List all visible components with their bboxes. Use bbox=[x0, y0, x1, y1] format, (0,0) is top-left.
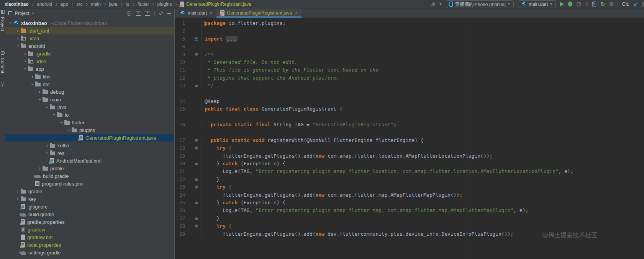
fold-marker-icon[interactable] bbox=[195, 178, 198, 181]
project-tool-icon[interactable] bbox=[1, 10, 5, 14]
fold-marker-icon[interactable] bbox=[195, 53, 198, 56]
chevron-down-icon[interactable]: › bbox=[16, 43, 20, 49]
run-config-selector[interactable]: main.dart bbox=[518, 0, 556, 8]
tree-row[interactable]: ›flutter bbox=[5, 119, 174, 126]
code-line[interactable]: 19 flutterEngine.getPlugins().add(new co… bbox=[175, 152, 644, 160]
code-line[interactable]: 16 private static final String TAG = "Ge… bbox=[175, 121, 644, 129]
chevron-right-icon[interactable]: › bbox=[15, 28, 21, 33]
run-button[interactable] bbox=[560, 2, 564, 7]
breadcrumb-item[interactable]: xiaoxinbao bbox=[5, 2, 29, 7]
chevron-right-icon[interactable]: › bbox=[44, 143, 50, 148]
tree-row[interactable]: ›debug bbox=[5, 88, 174, 96]
tool-strip-commit[interactable]: Commit bbox=[0, 58, 5, 73]
chevron-down-icon[interactable]: › bbox=[67, 127, 71, 133]
fold-marker-icon[interactable] bbox=[195, 162, 198, 165]
tree-row[interactable]: AndroidManifest.xml bbox=[5, 157, 174, 165]
tree-row[interactable]: ›kotlin bbox=[5, 142, 174, 149]
fold-marker-icon[interactable] bbox=[195, 84, 198, 87]
stop-button[interactable] bbox=[610, 2, 613, 6]
debug-button[interactable] bbox=[568, 2, 572, 7]
commit-tool-icon[interactable] bbox=[1, 51, 5, 55]
tree-row[interactable]: ›key bbox=[5, 195, 174, 203]
chevron-down-icon[interactable]: › bbox=[45, 104, 49, 110]
tree-row[interactable]: ›xiaoxinbao~/Code/Flutter/xiaoxinbao bbox=[5, 19, 174, 27]
fold-marker-icon[interactable] bbox=[195, 201, 198, 204]
code-line[interactable]: 21 Log.e(TAG, "Error registering plugin … bbox=[175, 168, 644, 175]
project-view-dropdown-icon[interactable] bbox=[32, 13, 34, 14]
gear-icon[interactable] bbox=[159, 11, 163, 15]
expand-all-icon[interactable]: ↕ bbox=[136, 11, 141, 16]
code-line[interactable]: 28 try { bbox=[175, 222, 644, 230]
code-line[interactable]: 13 */ bbox=[175, 82, 644, 90]
tree-row[interactable]: ›src bbox=[5, 80, 174, 88]
breadcrumb-item[interactable]: io bbox=[126, 2, 129, 7]
device-settings-dropdown-icon[interactable] bbox=[439, 3, 442, 5]
chevron-right-icon[interactable]: › bbox=[15, 197, 21, 201]
tree-row[interactable]: gradle.properties bbox=[5, 218, 174, 226]
git-update-icon[interactable]: ↙ bbox=[633, 2, 638, 7]
tree-row[interactable]: .gitignore bbox=[5, 203, 174, 210]
breadcrumb-item[interactable]: src bbox=[76, 2, 82, 7]
tree-row[interactable]: ›gradle bbox=[5, 187, 174, 195]
chevron-down-icon[interactable]: › bbox=[8, 20, 13, 26]
breadcrumb-item[interactable]: java bbox=[109, 2, 118, 7]
tree-row[interactable]: GeneratedPluginRegistrant.java bbox=[5, 134, 174, 142]
breadcrumb-item[interactable]: main bbox=[91, 2, 101, 7]
close-icon[interactable]: × bbox=[210, 10, 213, 16]
code-line[interactable]: 14@Keep bbox=[175, 98, 644, 105]
code-line[interactable]: 11 * This file is generated by the Flutt… bbox=[175, 66, 644, 74]
tool-strip-project[interactable]: Project bbox=[0, 17, 5, 31]
chevron-down-icon[interactable]: › bbox=[30, 81, 35, 87]
tree-row[interactable]: ›io bbox=[5, 111, 174, 119]
code-line[interactable]: 8 bbox=[175, 43, 644, 50]
fold-marker-icon[interactable] bbox=[195, 186, 198, 189]
tree-row[interactable]: ›plugins bbox=[5, 126, 174, 134]
code-line[interactable]: 9/** bbox=[175, 51, 644, 59]
chevron-down-icon[interactable]: › bbox=[38, 97, 42, 103]
device-settings-icon[interactable] bbox=[431, 2, 435, 7]
code-line[interactable]: 24 flutterEngine.getPlugins().add(new co… bbox=[175, 191, 644, 199]
chevron-right-icon[interactable]: › bbox=[15, 36, 21, 41]
tree-row[interactable]: ›android bbox=[5, 42, 174, 50]
breadcrumb-item[interactable]: app bbox=[61, 2, 68, 7]
fold-marker-icon[interactable] bbox=[195, 147, 198, 150]
code-line[interactable]: 17 public static void registerWith(@NonN… bbox=[175, 137, 644, 144]
tree-row[interactable]: ›app bbox=[5, 65, 174, 73]
breadcrumb-item[interactable]: plugins bbox=[157, 2, 172, 7]
chevron-down-icon[interactable]: › bbox=[52, 112, 57, 118]
tree-row[interactable]: ›.idea bbox=[5, 57, 174, 65]
chevron-right-icon[interactable]: › bbox=[22, 51, 28, 56]
tree-row[interactable]: ›libs bbox=[5, 73, 174, 80]
tree-row[interactable]: build.gradle bbox=[5, 172, 174, 180]
code-line[interactable]: 18 try { bbox=[175, 144, 644, 152]
code-area[interactable]: 1package io.flutter.plugins;23+import ..… bbox=[175, 18, 644, 259]
tree-row[interactable]: ›.idea bbox=[5, 34, 174, 42]
tree-row[interactable]: proguard-rules.pro bbox=[5, 180, 174, 187]
fold-marker-icon[interactable] bbox=[195, 225, 198, 228]
locate-file-icon[interactable] bbox=[127, 11, 131, 16]
tree-row[interactable]: build.gradle bbox=[5, 210, 174, 218]
chevron-right-icon[interactable]: › bbox=[37, 166, 43, 171]
fold-marker-icon[interactable] bbox=[195, 139, 198, 142]
code-line[interactable]: 27 } bbox=[175, 215, 644, 222]
chevron-right-icon[interactable]: › bbox=[44, 151, 50, 155]
code-line[interactable]: 15public final class GeneratedPluginRegi… bbox=[175, 105, 644, 113]
profile-button[interactable] bbox=[577, 2, 581, 7]
device-selector[interactable]: 贺楠楠的iPhone (mobile) bbox=[446, 0, 514, 8]
hot-reload-button[interactable] bbox=[592, 2, 596, 7]
tree-row[interactable]: ›profile bbox=[5, 165, 174, 172]
tree-row[interactable]: ›java bbox=[5, 103, 174, 111]
tree-row[interactable]: ›.gradle bbox=[5, 50, 174, 57]
chevron-right-icon[interactable]: › bbox=[29, 74, 35, 79]
project-panel-title[interactable]: Project bbox=[15, 11, 29, 16]
tree-row[interactable]: ›main bbox=[5, 96, 174, 103]
code-line[interactable]: 26 Log.e(TAG, "Error registering plugin … bbox=[175, 207, 644, 214]
chevron-down-icon[interactable]: › bbox=[23, 66, 28, 72]
tree-row[interactable]: ❯gradlew bbox=[5, 226, 174, 233]
hot-restart-button[interactable]: ↻ bbox=[600, 1, 605, 7]
editor-tab[interactable]: GeneratedPluginRegistrant.java× bbox=[216, 8, 302, 18]
chevron-right-icon[interactable]: › bbox=[15, 189, 21, 194]
chevron-right-icon[interactable]: › bbox=[22, 59, 28, 64]
fold-marker-icon[interactable] bbox=[195, 217, 198, 220]
code-line[interactable]: 12 * plugins that support the Android pl… bbox=[175, 74, 644, 82]
